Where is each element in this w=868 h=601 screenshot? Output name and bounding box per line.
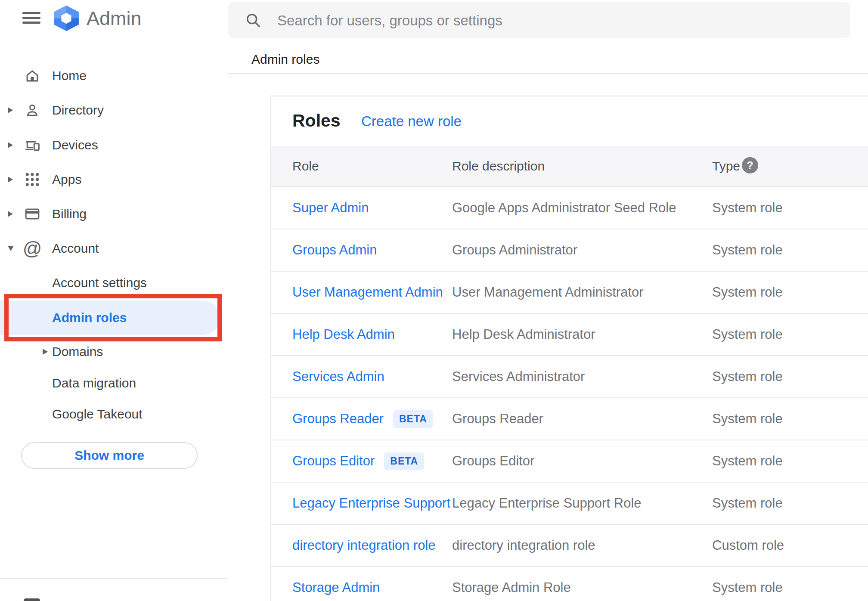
help-icon[interactable]: ? — [742, 157, 758, 173]
beta-badge: BETA — [393, 410, 433, 428]
role-description: User Management Administrator — [452, 272, 644, 313]
expand-arrow-icon — [8, 211, 13, 217]
sidebar-item-label: Apps — [52, 172, 81, 187]
sidebar-item-label: Account settings — [52, 276, 147, 290]
role-link[interactable]: Help Desk Admin — [292, 314, 395, 355]
role-type: System role — [712, 483, 783, 524]
role-type: System role — [712, 398, 783, 440]
search-icon — [245, 12, 262, 31]
table-row: Groups ReaderBETA Groups Reader System r… — [271, 398, 868, 440]
card-title: Roles — [292, 111, 341, 131]
role-type: System role — [712, 272, 783, 313]
expand-arrow-icon — [8, 142, 13, 148]
role-type: System role — [712, 440, 783, 482]
role-description: Google Apps Administrator Seed Role — [452, 187, 676, 229]
role-type: System role — [712, 567, 783, 601]
table-row: Groups Admin Groups Administrator System… — [271, 229, 868, 272]
sidebar-item-directory[interactable]: Directory — [0, 93, 220, 127]
breadcrumb: Admin roles — [251, 52, 319, 67]
annotation-red-box — [4, 294, 222, 341]
column-header-type: Type — [712, 159, 740, 173]
sidebar-item-label: Google Takeout — [52, 407, 143, 421]
role-description: Storage Admin Role — [452, 567, 571, 601]
role-link[interactable]: Groups ReaderBETA — [292, 398, 433, 440]
roles-table-body: Super Admin Google Apps Administrator Se… — [271, 187, 868, 601]
billing-icon — [24, 205, 41, 223]
devices-icon — [24, 136, 41, 154]
role-description: Groups Administrator — [452, 229, 577, 271]
table-row: User Management Admin User Management Ad… — [271, 272, 868, 314]
table-row: Services Admin Services Administrator Sy… — [271, 356, 868, 398]
sidebar-item-data-migration[interactable]: Data migration — [0, 366, 220, 400]
search-bar — [228, 2, 850, 38]
expand-arrow-icon — [8, 107, 13, 113]
sidebar-item-apps[interactable]: Apps — [0, 162, 220, 197]
role-type: Custom role — [712, 525, 784, 566]
roles-card: Roles Create new role Role Role descript… — [270, 96, 868, 601]
role-link[interactable]: Storage Admin — [292, 567, 380, 601]
sidebar: Admin Home Directory Devices Apps Billin… — [0, 0, 228, 601]
expand-arrow-icon — [8, 177, 13, 183]
cut-off-icon — [24, 598, 40, 601]
table-header-row: Role Role description Type ? — [271, 146, 868, 187]
table-row: Groups EditorBETA Groups Editor System r… — [271, 440, 868, 483]
sidebar-item-account[interactable]: @ Account — [0, 231, 220, 266]
role-description: Groups Reader — [452, 398, 543, 440]
role-description: Services Administrator — [452, 356, 585, 397]
collapse-arrow-icon — [8, 246, 14, 251]
role-type: System role — [712, 229, 783, 271]
role-link[interactable]: Legacy Enterprise Support — [292, 483, 450, 524]
role-type: System role — [712, 356, 783, 397]
role-link[interactable]: Groups Admin — [292, 229, 377, 271]
table-row: Storage Admin Storage Admin Role System … — [271, 567, 868, 601]
table-row: Super Admin Google Apps Administrator Se… — [271, 187, 868, 229]
table-row: Help Desk Admin Help Desk Administrator … — [271, 314, 868, 356]
beta-badge: BETA — [384, 452, 424, 470]
person-icon — [24, 102, 41, 119]
admin-hexagon-logo-icon — [53, 6, 80, 31]
show-more-button[interactable]: Show more — [21, 442, 198, 469]
sidebar-item-home[interactable]: Home — [0, 59, 220, 93]
role-type: System role — [712, 314, 783, 355]
sidebar-item-billing[interactable]: Billing — [0, 197, 220, 231]
role-description: Help Desk Administrator — [452, 314, 595, 355]
sidebar-item-label: Domains — [52, 344, 103, 359]
expand-arrow-icon — [43, 349, 48, 355]
role-description: Legacy Enterprise Support Role — [452, 483, 641, 524]
home-icon — [24, 67, 41, 84]
sidebar-item-label: Account — [52, 241, 99, 256]
table-row: directory integration role directory int… — [271, 525, 868, 567]
at-icon: @ — [24, 240, 41, 257]
apps-icon — [24, 171, 41, 188]
column-header-description: Role description — [452, 159, 545, 173]
table-row: Legacy Enterprise Support Legacy Enterpr… — [271, 483, 868, 525]
role-link[interactable]: Groups EditorBETA — [292, 440, 424, 482]
hamburger-menu-icon[interactable] — [22, 12, 40, 25]
search-input[interactable] — [276, 2, 842, 39]
logo-text: Admin — [87, 7, 142, 30]
sidebar-divider — [0, 578, 228, 579]
column-header-role: Role — [292, 159, 319, 173]
create-new-role-link[interactable]: Create new role — [361, 113, 462, 130]
role-description: directory integration role — [452, 525, 595, 566]
sidebar-item-label: Directory — [52, 103, 104, 118]
sidebar-item-google-takeout[interactable]: Google Takeout — [0, 397, 220, 431]
sidebar-item-devices[interactable]: Devices — [0, 128, 220, 162]
admin-logo: Admin — [53, 6, 142, 31]
sidebar-item-label: Data migration — [52, 376, 136, 390]
role-link[interactable]: Services Admin — [292, 356, 384, 397]
sidebar-item-label: Home — [52, 68, 87, 83]
role-type: System role — [712, 187, 783, 229]
sidebar-item-label: Billing — [52, 207, 87, 221]
header-divider — [228, 73, 868, 74]
role-link[interactable]: User Management Admin — [292, 272, 443, 313]
role-link[interactable]: directory integration role — [292, 525, 436, 566]
role-link[interactable]: Super Admin — [292, 187, 369, 229]
sidebar-item-label: Devices — [52, 138, 98, 152]
role-description: Groups Editor — [452, 440, 534, 482]
